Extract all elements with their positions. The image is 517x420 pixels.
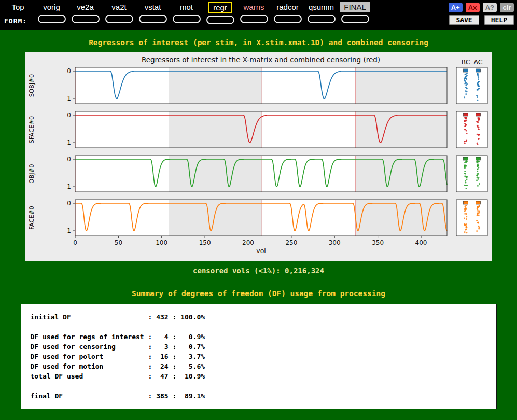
- rating-oval-regr[interactable]: [206, 16, 234, 24]
- svg-text:250: 250: [285, 239, 297, 246]
- svg-text:0: 0: [73, 239, 77, 246]
- nav-tab-radcor[interactable]: radcor: [274, 2, 301, 12]
- nav-stack-regr: regr: [203, 2, 237, 24]
- rating-buttons-row: A+AxA?clr: [449, 3, 514, 12]
- nav-tab-qsumm[interactable]: qsumm: [306, 2, 337, 12]
- rating-oval-vorig[interactable]: [38, 15, 66, 23]
- svg-text:SFACE#0: SFACE#0: [28, 116, 35, 144]
- nav-stack-final: FINAL: [338, 2, 372, 24]
- svg-text:0: 0: [67, 111, 71, 119]
- nav-stack-vorig: vorig: [35, 2, 68, 24]
- nav-stack-va2t: va2t: [102, 2, 136, 24]
- rating-button-clr[interactable]: clr: [500, 3, 514, 12]
- svg-text:150: 150: [199, 239, 211, 246]
- rating-oval-vstat[interactable]: [139, 15, 167, 23]
- svg-text:-1: -1: [65, 183, 71, 190]
- rating-oval-warns[interactable]: [240, 15, 268, 23]
- rating-oval-ve2a[interactable]: [72, 15, 100, 23]
- nav-right-controls: A+AxA?clr SAVE HELP: [449, 3, 514, 25]
- nav-tab-ve2a[interactable]: ve2a: [74, 2, 96, 12]
- svg-text:OBJ#0: OBJ#0: [28, 164, 35, 183]
- help-button[interactable]: HELP: [484, 15, 514, 25]
- svg-text:100: 100: [156, 239, 167, 246]
- form-label: FORM:: [4, 17, 27, 25]
- nav-stack-radcor: radcor: [271, 2, 304, 24]
- svg-text:300: 300: [328, 239, 340, 246]
- df-summary-box: initial DF : 432 : 100.0% DF used for re…: [21, 304, 497, 409]
- svg-text:FACE#0: FACE#0: [28, 206, 35, 229]
- rating-button-ax[interactable]: Ax: [466, 3, 480, 12]
- svg-text:-1: -1: [65, 139, 71, 146]
- save-help-row: SAVE HELP: [449, 15, 514, 25]
- df-summary-text: initial DF : 432 : 100.0% DF used for re…: [21, 304, 496, 409]
- svg-text:vol: vol: [256, 247, 266, 255]
- rating-oval-qsumm[interactable]: [308, 15, 336, 23]
- svg-text:0: 0: [67, 67, 71, 75]
- svg-text:AC: AC: [473, 58, 482, 66]
- nav-tab-regr[interactable]: regr: [208, 2, 232, 13]
- top-nav-bar: Topvorigve2ava2tvstatmotregrwarnsradcorq…: [0, 0, 517, 30]
- rating-oval-va2t[interactable]: [105, 15, 133, 23]
- rating-button-a?[interactable]: A?: [483, 3, 497, 12]
- regressors-section-title: Regressors of interest (per stim, in X.s…: [0, 38, 517, 47]
- svg-text:Regressors of interest in the: Regressors of interest in the X-matrix a…: [141, 55, 380, 64]
- rating-button-a+[interactable]: A+: [449, 3, 463, 12]
- nav-tab-top[interactable]: Top: [9, 2, 26, 12]
- censored-vols-note: censored vols (<1%): 0,216,324: [0, 267, 517, 275]
- nav-stack-mot: mot: [170, 2, 203, 24]
- regressors-plot-image[interactable]: Regressors of interest in the X-matrix a…: [25, 52, 492, 261]
- df-section-title: Summary of degrees of freedom (DF) usage…: [0, 289, 517, 298]
- nav-tabs-row: Topvorigve2ava2tvstatmotregrwarnsradcorq…: [0, 0, 517, 24]
- save-button[interactable]: SAVE: [449, 15, 479, 25]
- svg-text:-1: -1: [65, 227, 71, 234]
- nav-tab-va2t[interactable]: va2t: [109, 2, 129, 12]
- nav-tab-mot[interactable]: mot: [177, 2, 195, 12]
- svg-text:50: 50: [114, 239, 122, 246]
- nav-stack-qsumm: qsumm: [304, 2, 338, 24]
- nav-tab-warns[interactable]: warns: [241, 2, 267, 12]
- nav-tab-vorig[interactable]: vorig: [40, 2, 63, 12]
- svg-text:400: 400: [415, 239, 427, 246]
- nav-stack-vstat: vstat: [136, 2, 170, 24]
- svg-text:0: 0: [67, 200, 71, 207]
- svg-text:0: 0: [67, 156, 71, 163]
- svg-text:BC: BC: [461, 58, 470, 66]
- svg-text:350: 350: [372, 239, 384, 246]
- rating-oval-final[interactable]: [341, 15, 369, 23]
- svg-text:SOBJ#0: SOBJ#0: [28, 74, 35, 97]
- nav-stack-ve2a: ve2a: [68, 2, 102, 24]
- svg-text:-1: -1: [65, 95, 71, 102]
- rating-oval-radcor[interactable]: [274, 15, 302, 23]
- nav-tab-final[interactable]: FINAL: [340, 2, 370, 12]
- nav-stack-warns: warns: [237, 2, 271, 24]
- rating-oval-mot[interactable]: [173, 15, 201, 23]
- qc-regr-section: Regressors of interest (per stim, in X.s…: [0, 30, 517, 409]
- nav-tab-vstat[interactable]: vstat: [142, 2, 164, 12]
- svg-text:200: 200: [242, 239, 254, 246]
